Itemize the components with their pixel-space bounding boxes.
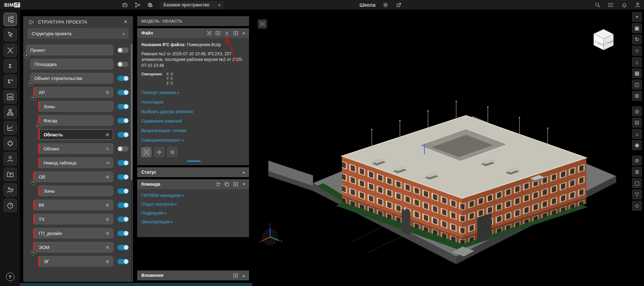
collapse-section-icon[interactable] bbox=[241, 274, 246, 278]
expander-icon[interactable] bbox=[31, 95, 36, 100]
fit-view-button[interactable] bbox=[141, 147, 151, 157]
add-file-icon[interactable] bbox=[232, 30, 239, 36]
visibility-toggle[interactable] bbox=[117, 48, 129, 53]
tree-item-bubble[interactable]: ТХ bbox=[33, 214, 113, 224]
compare-revisions-link[interactable]: Сравнение ревизий bbox=[141, 119, 182, 124]
tree-item[interactable]: Зоны bbox=[23, 184, 133, 198]
visibility-toggle[interactable] bbox=[117, 104, 129, 109]
sum-plus-button[interactable]: Σ+ bbox=[4, 75, 17, 88]
visibility-toggle[interactable] bbox=[117, 174, 129, 180]
tree-item[interactable]: Облако bbox=[23, 142, 133, 156]
visibility-toggle[interactable] bbox=[117, 231, 129, 236]
visualization-link[interactable]: Визуализация: точная bbox=[141, 128, 186, 133]
visibility-toggle[interactable] bbox=[117, 259, 129, 264]
tree-item[interactable]: ГП_дизайн bbox=[23, 226, 133, 240]
2d-view-button[interactable]: 2D bbox=[4, 90, 17, 104]
user-icon[interactable] bbox=[634, 1, 641, 8]
visibility-toggle[interactable] bbox=[117, 118, 129, 123]
expander-icon[interactable] bbox=[28, 81, 33, 86]
tree-item[interactable]: ОВ bbox=[23, 170, 133, 184]
collapse-section-icon[interactable] bbox=[241, 31, 246, 35]
tree-item[interactable]: Объект строительства bbox=[23, 71, 133, 85]
tree-item[interactable]: Зоны bbox=[23, 99, 133, 113]
gear-icon[interactable] bbox=[382, 1, 389, 8]
revision-passport-link[interactable]: Паспорт ревизии bbox=[141, 90, 179, 95]
tree-item[interactable]: Проект bbox=[23, 43, 133, 57]
tree-item-bubble[interactable]: ОВ bbox=[33, 172, 113, 182]
visibility-toggle[interactable] bbox=[117, 217, 129, 222]
clash-detection-button[interactable] bbox=[4, 44, 17, 57]
tree-item[interactable]: Площадка bbox=[23, 57, 133, 71]
visibility-toggle[interactable] bbox=[117, 62, 129, 67]
choose-revision-link[interactable]: Выбрать другую ревизию bbox=[141, 109, 193, 114]
panel-menu-icon[interactable] bbox=[27, 19, 34, 26]
tree-item[interactable]: Фасад bbox=[23, 113, 133, 128]
copy-icon[interactable] bbox=[224, 181, 230, 187]
plugins-button[interactable] bbox=[4, 137, 17, 150]
visibility-toggle[interactable] bbox=[117, 76, 129, 81]
focus-tool-button[interactable]: ◎ bbox=[632, 106, 642, 116]
isolate-tool-button[interactable]: ▢ bbox=[632, 178, 642, 188]
tree-item[interactable]: Немод.таблица x≡ bbox=[23, 156, 133, 170]
visibility-toggle[interactable] bbox=[117, 203, 129, 208]
zoom-selected-button[interactable] bbox=[154, 147, 164, 157]
visibility-toggle[interactable] bbox=[117, 160, 129, 166]
orbit-selected-button[interactable] bbox=[167, 147, 177, 157]
grid-tool-button[interactable]: ▦ bbox=[632, 68, 642, 78]
shared-folder-button[interactable] bbox=[4, 168, 17, 181]
help-button[interactable]: ? bbox=[6, 273, 14, 281]
tree-item-bubble[interactable]: Фасад bbox=[38, 115, 113, 126]
tree-item-bubble[interactable]: Объект строительства bbox=[30, 73, 113, 83]
share-icon[interactable] bbox=[395, 1, 402, 8]
annotation-link[interactable]: Аннотация bbox=[141, 100, 163, 105]
visibility-toggle[interactable] bbox=[117, 245, 129, 250]
workspace-selector[interactable]: Базовое пространство bbox=[160, 1, 224, 9]
bell-icon[interactable] bbox=[621, 1, 628, 8]
collapse-section-icon[interactable] bbox=[241, 170, 246, 174]
orbit-tool-button[interactable]: ↻ bbox=[632, 35, 642, 44]
visibility-toggle[interactable] bbox=[117, 188, 129, 194]
search-icon[interactable] bbox=[594, 1, 601, 8]
section-tool-button[interactable]: ⊟ bbox=[632, 118, 642, 128]
tree-item-bubble[interactable]: ЭГ bbox=[38, 256, 113, 267]
focus-view-button[interactable] bbox=[258, 19, 267, 29]
hierarchy-button[interactable] bbox=[4, 106, 17, 119]
tree-item[interactable]: Область bbox=[23, 128, 133, 142]
expander-icon[interactable] bbox=[31, 250, 36, 255]
expander-icon[interactable] bbox=[36, 123, 41, 129]
measure-tool-button[interactable]: ◇ bbox=[632, 201, 642, 211]
offset-rotation-link[interactable]: Смещение/поворот bbox=[141, 138, 184, 143]
structure-view-selector[interactable]: Структура проекта bbox=[27, 28, 129, 39]
frame-tool-button[interactable]: ▣ bbox=[632, 23, 642, 33]
tree-item-bubble[interactable]: ЭОМ bbox=[33, 242, 113, 253]
expander-icon[interactable] bbox=[24, 52, 29, 58]
tree-item[interactable]: АР bbox=[23, 85, 133, 99]
add-view-button[interactable]: ⊞ bbox=[632, 91, 642, 101]
exploitation-link[interactable]: Эксплуатация bbox=[141, 219, 173, 224]
compare-revisions-icon[interactable] bbox=[215, 30, 221, 36]
tree-item-bubble[interactable]: АР bbox=[33, 87, 113, 98]
axis-gizmo[interactable]: x Y Z bbox=[260, 223, 282, 245]
equipment-icon[interactable] bbox=[121, 1, 128, 8]
user-location-button[interactable] bbox=[4, 183, 17, 197]
dashboard-button[interactable] bbox=[4, 199, 17, 212]
project-structure-button[interactable] bbox=[4, 13, 17, 26]
tree-item-bubble[interactable]: Облако bbox=[38, 143, 113, 154]
camera-tool-button[interactable]: ◉ bbox=[632, 140, 642, 150]
list-icon[interactable] bbox=[607, 1, 614, 8]
visibility-toggle[interactable] bbox=[117, 132, 129, 137]
add-attachment-icon[interactable] bbox=[232, 272, 239, 279]
hide-tool-button[interactable]: ⊘ bbox=[632, 156, 642, 166]
split-view-button[interactable]: ◫ bbox=[632, 80, 642, 89]
network-icon[interactable] bbox=[134, 1, 141, 8]
tree-item-bubble[interactable]: Площадка bbox=[30, 59, 113, 69]
expander-icon[interactable] bbox=[31, 179, 36, 185]
locate-tool-button[interactable]: ⌖ bbox=[632, 12, 642, 22]
visibility-toggle[interactable] bbox=[117, 146, 129, 151]
tree-item-bubble[interactable]: Немод.таблица x≡ bbox=[38, 157, 113, 168]
layers-tool-button[interactable]: ≣ bbox=[632, 167, 642, 177]
assign-user-icon[interactable] bbox=[215, 181, 221, 187]
filter-tool-button[interactable]: ▽ bbox=[632, 189, 642, 199]
users-button[interactable] bbox=[4, 152, 17, 166]
tree-item-bubble[interactable]: Зоны bbox=[38, 101, 113, 112]
